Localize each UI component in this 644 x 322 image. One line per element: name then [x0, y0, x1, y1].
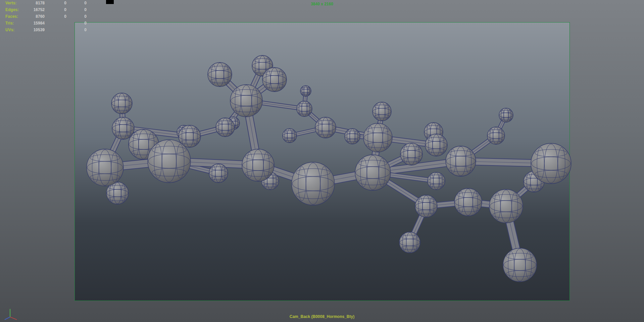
- maya-viewport-panel[interactable]: Verts: 8178 0 0 Edges: 16752 0 0 Faces: …: [0, 0, 644, 322]
- hud-col3: 0: [70, 7, 87, 12]
- hud-row-edges: Edges: 16752 0 0: [0, 7, 101, 13]
- hud-value: 8760: [18, 14, 45, 19]
- hud-value: 10539: [18, 28, 45, 32]
- hud-value: 16752: [18, 7, 45, 12]
- hud-col3: 0: [70, 28, 87, 32]
- x-axis-line: [10, 317, 17, 320]
- resolution-gate-label: 3840 x 2160: [0, 2, 644, 6]
- resolution-gate[interactable]: [75, 22, 570, 301]
- hud-row-tris: Tris: 15984 0: [0, 21, 101, 26]
- hud-row-uvs: UVs: 10539 0: [0, 28, 101, 33]
- hud-value: 15984: [18, 21, 45, 26]
- camera-name-label: Cam_Back (B0008_Hormons_Bty): [0, 314, 644, 319]
- z-axis-line: [5, 317, 10, 320]
- hud-row-faces: Faces: 8760 0 0: [0, 14, 101, 19]
- hud-col2: 0: [50, 14, 66, 19]
- hud-col3: 0: [70, 21, 87, 26]
- hud-col3: 0: [70, 14, 87, 19]
- hud-col2: 0: [50, 7, 66, 12]
- axis-gizmo: [1, 304, 21, 322]
